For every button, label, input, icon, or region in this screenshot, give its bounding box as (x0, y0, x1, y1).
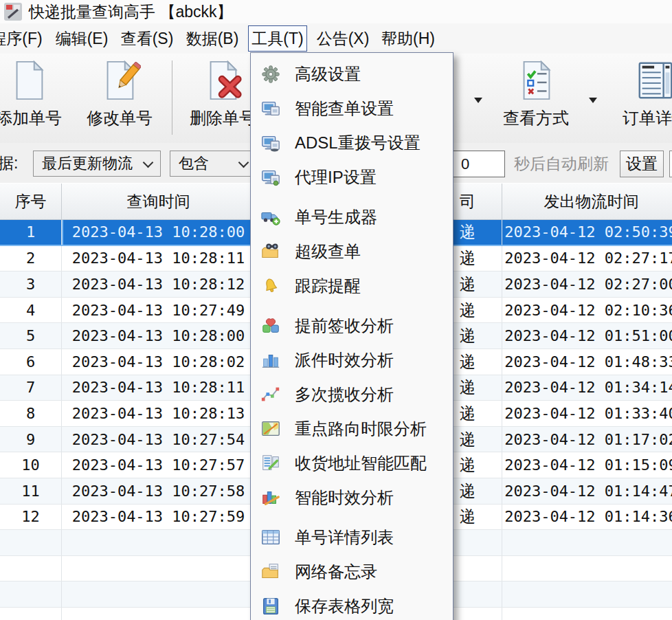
title-bar: 快递批量查询高手 【abckk】 (0, 0, 672, 23)
super-query-icon (260, 241, 281, 262)
row-index-cell: 10 (0, 452, 62, 478)
query-time-cell: 2023-04-13 10:28:13 (62, 401, 256, 426)
dropdown-arrow-icon[interactable] (474, 98, 482, 103)
delivery-time-analysis-icon (260, 350, 281, 370)
menubar-item[interactable]: 编辑(E) (52, 25, 111, 52)
tools-menu-item[interactable]: 代理IP设置 (251, 160, 453, 195)
view-mode-icon (515, 59, 557, 102)
sent-time-cell: 2023-04-12 01:15:09 (502, 452, 672, 478)
menubar-item[interactable]: 数据(B) (183, 25, 242, 52)
query-time-cell: 2023-04-13 10:28:02 (62, 349, 256, 375)
network-memo-icon (260, 562, 281, 582)
tools-dropdown-menu: 高级设置 智能查单设置 ADSL重拨号设置 代理IP设置 单号生成器 超级查单 … (250, 52, 453, 620)
sent-time-cell: 2023-04-12 02:27:00 (502, 272, 672, 297)
edit-tracking-button[interactable]: 修改单号 (81, 59, 158, 139)
order-detail-button[interactable]: 订单详情 (614, 59, 672, 139)
filter-field-select[interactable]: 最后更新物流 (33, 151, 161, 177)
menubar-item[interactable]: 公告(X) (313, 25, 372, 52)
query-time-cell: 2023-04-13 10:28:00 (62, 220, 256, 245)
tools-menu-item[interactable]: 单号详情列表 (251, 520, 453, 555)
delete-document-icon (201, 59, 244, 102)
address-match-icon (260, 453, 281, 474)
multi-pickup-analysis-icon (260, 384, 281, 405)
column-header-query-time[interactable]: 查询时间 (62, 184, 256, 219)
sent-time-cell: 2023-04-12 01:17:02 (502, 427, 672, 452)
row-index-cell: 2 (0, 246, 62, 272)
sent-time-cell: 2023-04-12 01:14:47 (502, 478, 672, 504)
query-time-cell: 2023-04-13 10:28:11 (62, 375, 256, 401)
tools-menu-item[interactable]: 保存表格列宽 (251, 589, 453, 620)
row-index-cell: 1 (0, 220, 62, 245)
add-tracking-button[interactable]: 添加单号 (0, 59, 67, 139)
chevron-down-icon (143, 157, 154, 168)
row-index-cell: 4 (0, 298, 62, 323)
row-index-cell: 8 (0, 401, 62, 426)
tools-menu-item[interactable]: 跟踪提醒 (251, 269, 453, 303)
window-title: 快递批量查询高手 【abckk】 (29, 1, 232, 23)
query-time-cell: 2023-04-13 10:27:58 (62, 478, 256, 504)
query-time-cell: 2023-04-13 10:27:49 (62, 298, 256, 323)
query-time-cell: 2023-04-13 10:28:12 (62, 272, 256, 297)
sent-time-cell: 2023-04-12 01:48:33 (502, 349, 672, 375)
menubar-item[interactable]: 工具(T) (248, 25, 307, 52)
menu-bar: 程序(F) 编辑(E) 查看(S) 数据(B) 工具(T) 公告(X) 帮助(H… (0, 23, 672, 54)
smart-time-analysis-icon (260, 487, 281, 508)
tools-menu-item[interactable]: 提前签收分析 (251, 309, 453, 343)
row-index-cell: 6 (0, 349, 62, 375)
query-time-cell: 2023-04-13 10:27:54 (62, 427, 256, 452)
route-time-analysis-icon (260, 419, 281, 439)
tools-menu-item[interactable]: 派件时效分析 (251, 343, 453, 377)
query-time-cell: 2023-04-13 10:28:00 (62, 323, 256, 348)
tools-menu-item[interactable]: 多次揽收分析 (251, 377, 453, 412)
app-window: 快递批量查询高手 【abckk】 程序(F) 编辑(E) 查看(S) 数据(B)… (0, 0, 672, 620)
tools-menu-item[interactable]: 重点路向时限分析 (251, 412, 453, 446)
filter-match-select[interactable]: 包含 (170, 151, 256, 177)
edit-document-icon (98, 59, 141, 102)
menubar-item[interactable]: 程序(F) (0, 25, 46, 52)
toolbar-separator (172, 60, 172, 135)
refresh-seconds-input[interactable]: 0 (451, 151, 505, 177)
tools-menu-item[interactable]: 智能时效分析 (251, 480, 453, 515)
row-index-cell: 9 (0, 427, 62, 452)
sent-time-cell: 2023-04-12 02:50:39 (502, 220, 672, 245)
tools-menu-item[interactable]: 超级查单 (251, 234, 453, 269)
tracking-detail-list-icon (260, 527, 281, 548)
tracking-alert-icon (260, 276, 281, 296)
chevron-down-icon (238, 157, 249, 168)
smart-query-settings-icon (260, 98, 281, 119)
early-sign-analysis-icon (260, 315, 281, 336)
add-document-icon (8, 59, 50, 102)
tools-menu-item[interactable]: 智能查单设置 (251, 91, 453, 126)
save-column-width-icon (260, 596, 281, 617)
edge-control[interactable] (669, 151, 672, 177)
row-index-cell: 3 (0, 272, 62, 297)
menubar-item[interactable]: 帮助(H) (379, 25, 438, 52)
tools-menu-item[interactable]: 网络备忘录 (251, 555, 453, 589)
sent-time-cell: 2023-04-12 01:34:14 (502, 375, 672, 401)
dropdown-arrow-icon[interactable] (589, 98, 597, 103)
gear-icon (260, 64, 281, 85)
sent-time-cell: 2023-04-12 02:10:36 (502, 298, 672, 323)
query-time-cell: 2023-04-13 10:28:11 (62, 246, 256, 272)
column-header-index[interactable]: 序号 (0, 184, 62, 219)
order-detail-icon (634, 59, 672, 102)
view-mode-button[interactable]: 查看方式 (496, 59, 576, 139)
column-header-sent-time[interactable]: 发出物流时间 (502, 184, 672, 219)
sent-time-cell: 2023-04-12 01:33:40 (502, 401, 672, 426)
tools-menu-item[interactable]: 高级设置 (251, 57, 453, 91)
settings-button[interactable]: 设置 (620, 151, 664, 177)
tools-menu-item[interactable]: ADSL重拨号设置 (251, 126, 453, 160)
app-logo-icon (4, 3, 22, 21)
tools-menu-item[interactable]: 收货地址智能匹配 (251, 446, 453, 480)
sent-time-cell: 2023-04-12 01:51:00 (502, 323, 672, 348)
row-index-cell: 11 (0, 478, 62, 504)
row-index-cell: 7 (0, 375, 62, 401)
menubar-item[interactable]: 查看(S) (117, 25, 177, 52)
filter-label: 数据: (0, 153, 18, 174)
row-index-cell: 12 (0, 505, 62, 530)
tools-menu-item[interactable]: 单号生成器 (251, 200, 453, 234)
sent-time-cell: 2023-04-12 02:27:17 (502, 246, 672, 272)
query-time-cell: 2023-04-13 10:27:59 (62, 505, 256, 530)
query-time-cell: 2023-04-13 10:27:57 (62, 452, 256, 478)
adsl-redial-icon (260, 133, 281, 153)
